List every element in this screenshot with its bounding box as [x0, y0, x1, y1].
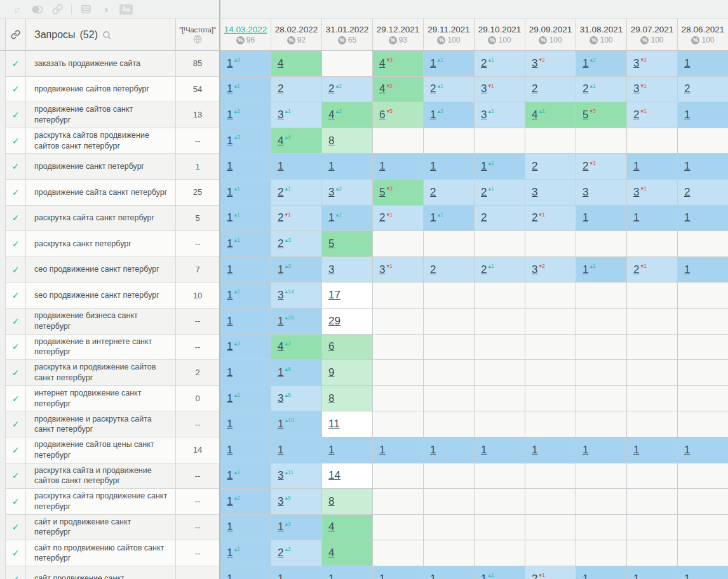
- contrast-icon[interactable]: ◑: [100, 3, 111, 16]
- query-cell[interactable]: интернет продвижение санкт петербург: [26, 386, 176, 412]
- position-link[interactable]: 1: [684, 444, 690, 456]
- position-cell[interactable]: 1▴8: [271, 360, 322, 386]
- position-cell[interactable]: 1: [424, 154, 475, 180]
- position-cell[interactable]: 11: [322, 411, 373, 437]
- position-cell[interactable]: 1: [678, 51, 728, 77]
- query-cell[interactable]: заказать продвижение сайта: [26, 51, 176, 77]
- position-link[interactable]: 4▴4: [278, 135, 291, 147]
- position-cell[interactable]: 2▴1: [475, 51, 525, 77]
- position-cell[interactable]: 3▴1: [475, 102, 525, 128]
- date-link[interactable]: 29.09.2021: [529, 25, 572, 34]
- position-cell[interactable]: 1: [220, 411, 271, 437]
- position-link[interactable]: 3▾2: [633, 57, 647, 70]
- row-checkbox[interactable]: ✓: [5, 463, 26, 489]
- position-cell[interactable]: 3▴5: [271, 386, 322, 412]
- position-cell[interactable]: 1▴2: [220, 102, 271, 128]
- position-cell[interactable]: 1: [475, 437, 525, 463]
- position-cell[interactable]: 1▴3: [220, 335, 271, 361]
- position-cell[interactable]: 1: [322, 437, 373, 463]
- position-link[interactable]: 1▴1: [430, 57, 443, 70]
- position-link[interactable]: 1: [633, 444, 639, 456]
- position-cell[interactable]: 6▾5: [373, 102, 424, 128]
- position-link[interactable]: 1: [583, 444, 588, 456]
- position-link[interactable]: 4▴1: [532, 109, 545, 121]
- position-cell[interactable]: 1: [220, 309, 271, 335]
- position-link[interactable]: 2: [278, 83, 283, 95]
- position-cell[interactable]: 2: [678, 180, 728, 206]
- position-link[interactable]: 1: [633, 160, 639, 173]
- position-link[interactable]: 1: [227, 444, 233, 456]
- position-link[interactable]: 1▴2: [278, 263, 291, 276]
- position-link[interactable]: 2▴1: [481, 263, 494, 276]
- row-checkbox[interactable]: ✓: [5, 309, 26, 335]
- position-link[interactable]: 1▴2: [227, 109, 240, 121]
- position-cell[interactable]: 1: [373, 154, 424, 180]
- position-link[interactable]: 14: [328, 469, 340, 482]
- position-link[interactable]: 9: [328, 366, 334, 379]
- panel-icon[interactable]: [80, 3, 91, 16]
- position-link[interactable]: 3▴5: [278, 495, 291, 508]
- position-cell[interactable]: 2▴3: [271, 231, 322, 257]
- position-cell[interactable]: 1▴1: [424, 206, 475, 232]
- link-icon[interactable]: [51, 3, 63, 16]
- position-link[interactable]: 2▴3: [278, 237, 291, 250]
- position-link[interactable]: 2▾1: [379, 211, 393, 224]
- position-link[interactable]: 2▴1: [278, 186, 291, 199]
- position-link[interactable]: 5▾3: [583, 109, 596, 121]
- position-link[interactable]: 3▾1: [633, 186, 647, 199]
- position-link[interactable]: 2: [430, 186, 436, 199]
- position-cell[interactable]: 2: [678, 77, 728, 103]
- position-cell[interactable]: 3▾1: [627, 77, 678, 103]
- position-cell[interactable]: 2▾1: [271, 206, 322, 232]
- position-link[interactable]: 4▴2: [328, 109, 342, 121]
- position-cell[interactable]: 2▴1: [475, 257, 525, 283]
- position-cell[interactable]: 2▾1: [525, 206, 576, 232]
- position-link[interactable]: 2▾1: [633, 109, 647, 121]
- position-link[interactable]: 6: [328, 340, 334, 353]
- position-cell[interactable]: 1: [271, 154, 322, 180]
- position-link[interactable]: 1▴3: [227, 135, 240, 147]
- position-link[interactable]: 2: [684, 186, 690, 199]
- frequency-column-header[interactable]: "[!Частота]": [176, 19, 219, 50]
- position-cell[interactable]: 3▾1: [373, 257, 424, 283]
- row-checkbox[interactable]: ✓: [5, 206, 26, 232]
- position-cell[interactable]: 3▴2: [322, 180, 373, 206]
- position-cell[interactable]: 3▾1: [627, 180, 678, 206]
- position-cell[interactable]: 1▴2: [271, 257, 322, 283]
- position-cell[interactable]: 1: [627, 437, 678, 463]
- position-cell[interactable]: 2: [271, 77, 322, 103]
- position-link[interactable]: 3▴5: [278, 392, 291, 405]
- date-link[interactable]: 14.03.2022: [224, 25, 267, 34]
- position-link[interactable]: 1: [227, 366, 233, 379]
- position-link[interactable]: 1: [278, 160, 283, 173]
- position-link[interactable]: 1: [430, 444, 436, 456]
- position-cell[interactable]: 1: [627, 566, 678, 579]
- query-cell[interactable]: сайт по продвижению сайтов санкт петербу…: [26, 540, 176, 566]
- row-checkbox[interactable]: ✓: [5, 335, 26, 361]
- position-link[interactable]: 1▴1: [227, 237, 240, 250]
- position-link[interactable]: 1▴10: [278, 418, 294, 430]
- query-cell[interactable]: раскрутка сайта и продвижение сайтов сан…: [26, 463, 176, 489]
- position-cell[interactable]: 3▴14: [271, 283, 322, 309]
- position-link[interactable]: 1▴3: [278, 521, 291, 533]
- date-link[interactable]: 31.01.2022: [326, 25, 369, 34]
- position-cell[interactable]: 14: [322, 463, 373, 489]
- position-link[interactable]: 3▴2: [328, 186, 342, 199]
- position-cell[interactable]: 1: [576, 206, 627, 232]
- row-checkbox[interactable]: ✓: [5, 154, 26, 180]
- position-cell[interactable]: 1: [220, 515, 271, 541]
- position-cell[interactable]: 3▾2: [627, 51, 678, 77]
- position-link[interactable]: 2▴2: [328, 83, 342, 95]
- position-cell[interactable]: 1▴2: [220, 489, 271, 515]
- position-link[interactable]: 1▴2: [583, 57, 596, 70]
- position-link[interactable]: 1▴1: [227, 186, 240, 199]
- position-link[interactable]: 2▾1: [532, 211, 545, 224]
- position-cell[interactable]: 2: [424, 180, 475, 206]
- position-link[interactable]: 1: [430, 160, 436, 173]
- position-cell[interactable]: 2▴1: [271, 180, 322, 206]
- position-cell[interactable]: 1▴2: [424, 102, 475, 128]
- position-link[interactable]: 3▴1: [278, 109, 291, 121]
- query-cell[interactable]: раскрутка сайта санкт петербург: [26, 206, 176, 232]
- query-cell[interactable]: продвижение в интернете санкт петербург: [26, 335, 176, 361]
- position-cell[interactable]: 2: [525, 77, 576, 103]
